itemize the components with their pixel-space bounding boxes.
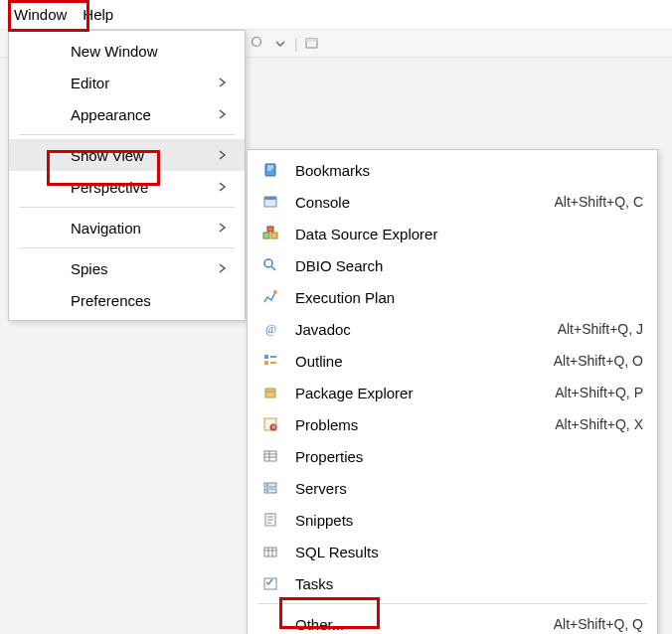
svg-point-28	[266, 484, 268, 486]
menu-item-show-view[interactable]: Show View	[9, 139, 245, 171]
menubar: Window Help	[0, 0, 672, 30]
menu-item-label: Javadoc	[279, 321, 558, 338]
menu-item-shortcut: Alt+Shift+Q, P	[555, 385, 643, 400]
datasource-icon	[261, 225, 279, 242]
menu-item-label: Editor	[33, 75, 219, 91]
menu-item-label: Show View	[33, 147, 219, 164]
menu-item-label: New Window	[33, 43, 231, 60]
console-icon	[261, 193, 279, 211]
show-view-item-properties[interactable]: Properties	[248, 440, 657, 472]
menu-item-label: SQL Results	[279, 544, 643, 560]
menu-item-label: Navigation	[33, 220, 219, 237]
menu-item-label: Package Explorer	[279, 385, 555, 401]
show-view-item-snippets[interactable]: Snippets	[248, 504, 657, 536]
menu-item-shortcut: Alt+Shift+Q, Q	[554, 616, 643, 632]
submenu-arrow-icon	[219, 150, 231, 160]
properties-icon	[261, 447, 279, 465]
svg-rect-22	[264, 451, 276, 461]
toolbar-chevron-icon[interactable]	[272, 36, 288, 52]
svg-rect-8	[267, 227, 273, 232]
show-view-item-execution-plan[interactable]: Execution Plan	[248, 281, 657, 313]
menu-item-shortcut: Alt+Shift+Q, O	[554, 353, 643, 369]
menu-item-navigation[interactable]: Navigation	[9, 212, 245, 243]
show-view-item-console[interactable]: ConsoleAlt+Shift+Q, C	[248, 186, 657, 218]
menu-item-label: Preferences	[33, 292, 231, 309]
svg-rect-26	[264, 483, 276, 487]
show-view-item-bookmarks[interactable]: Bookmarks	[248, 154, 657, 186]
outline-icon	[261, 352, 279, 370]
package-icon	[261, 384, 279, 401]
svg-point-9	[264, 259, 272, 267]
menu-item-label: Snippets	[279, 512, 643, 529]
tasks-icon	[261, 574, 279, 592]
svg-rect-38	[264, 578, 276, 589]
menu-item-label: Spies	[33, 260, 219, 277]
menu-item-label: Outline	[279, 353, 554, 370]
menu-item-label: Tasks	[279, 575, 643, 592]
new-window-icon[interactable]	[304, 36, 320, 52]
svg-rect-2	[306, 39, 317, 42]
menu-item-label: Execution Plan	[279, 289, 643, 306]
svg-rect-5	[264, 197, 276, 200]
menu-item-spies[interactable]: Spies	[9, 252, 245, 284]
svg-text:@: @	[265, 322, 276, 336]
menu-item-label: Bookmarks	[279, 162, 643, 179]
submenu-arrow-icon	[219, 182, 231, 192]
show-view-item-sql-results[interactable]: SQL Results	[248, 536, 657, 567]
menu-item-label: Other...	[279, 616, 554, 633]
javadoc-icon: @	[261, 320, 279, 338]
menubar-window[interactable]: Window	[14, 6, 67, 23]
submenu-arrow-icon	[219, 223, 231, 233]
menu-item-editor[interactable]: Editor	[9, 67, 245, 98]
show-view-item-servers[interactable]: Servers	[248, 472, 657, 504]
menu-item-label: Console	[279, 194, 555, 211]
show-view-item-problems[interactable]: ✕ProblemsAlt+Shift+Q, X	[248, 408, 657, 440]
menu-item-appearance[interactable]: Appearance	[9, 98, 245, 130]
svg-text:✕: ✕	[271, 424, 276, 430]
svg-rect-27	[264, 489, 276, 493]
menu-separator	[257, 603, 647, 604]
menu-item-perspective[interactable]: Perspective	[9, 171, 245, 203]
show-view-item-tasks[interactable]: Tasks	[248, 567, 657, 599]
menu-item-shortcut: Alt+Shift+Q, J	[558, 321, 643, 337]
show-view-item-data-source-explorer[interactable]: Data Source Explorer	[248, 218, 657, 249]
show-view-item-javadoc[interactable]: @JavadocAlt+Shift+Q, J	[248, 313, 657, 345]
show-view-item-dbio-search[interactable]: DBIO Search	[248, 249, 657, 281]
show-view-submenu: BookmarksConsoleAlt+Shift+Q, CData Sourc…	[247, 149, 658, 634]
snippets-icon	[261, 511, 279, 529]
menubar-help[interactable]: Help	[83, 6, 113, 23]
window-menu-dropdown: New WindowEditorAppearanceShow ViewPersp…	[8, 30, 246, 321]
svg-rect-15	[264, 361, 268, 365]
menu-item-label: Servers	[279, 480, 643, 497]
svg-rect-7	[271, 233, 277, 238]
menu-separator	[19, 207, 235, 208]
menu-item-label: Problems	[279, 416, 555, 433]
svg-point-11	[273, 290, 277, 294]
submenu-arrow-icon	[219, 109, 231, 119]
svg-rect-6	[263, 233, 269, 238]
menu-item-shortcut: Alt+Shift+Q, C	[555, 194, 643, 210]
svg-rect-16	[270, 362, 276, 364]
submenu-arrow-icon	[219, 78, 231, 87]
svg-rect-17	[265, 389, 275, 397]
sqlresults-icon	[261, 543, 279, 560]
svg-rect-34	[264, 548, 276, 556]
menu-item-label: Properties	[279, 448, 643, 465]
menu-item-preferences[interactable]: Preferences	[9, 284, 245, 316]
svg-line-10	[271, 266, 275, 270]
menu-item-label: Data Source Explorer	[279, 226, 643, 242]
menu-item-label: DBIO Search	[279, 257, 643, 274]
toolbar-dropdown-icon[interactable]	[251, 36, 266, 52]
menu-item-new-window[interactable]: New Window	[9, 35, 245, 67]
menu-item-label: Appearance	[33, 106, 219, 123]
menu-separator	[19, 247, 235, 248]
problems-icon: ✕	[261, 415, 279, 433]
show-view-item-package-explorer[interactable]: Package ExplorerAlt+Shift+Q, P	[248, 377, 657, 408]
submenu-arrow-icon	[219, 263, 231, 273]
menu-item-shortcut: Alt+Shift+Q, X	[555, 416, 643, 432]
blank-icon	[261, 615, 279, 633]
show-view-item-other[interactable]: Other...Alt+Shift+Q, Q	[248, 608, 657, 634]
show-view-item-outline[interactable]: OutlineAlt+Shift+Q, O	[248, 345, 657, 377]
menu-separator	[19, 134, 235, 135]
svg-point-29	[266, 490, 268, 492]
